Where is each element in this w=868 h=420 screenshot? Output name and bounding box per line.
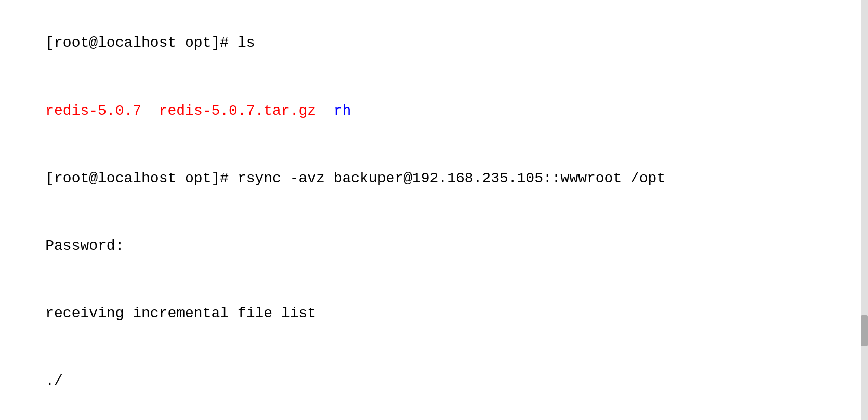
scrollbar-thumb[interactable] [861, 315, 868, 346]
prompt-1: [root@localhost opt]# ls [45, 35, 255, 51]
terminal-line-3: [root@localhost opt]# rsync -avz backupe… [10, 144, 858, 212]
terminal-line-4: Password: [10, 212, 858, 280]
ls-item-redis-tar: redis-5.0.7.tar.gz [159, 103, 316, 119]
ls-item-redis-dir: redis-5.0.7 [45, 103, 141, 119]
current-dir: ./ [45, 373, 63, 389]
scrollbar[interactable] [861, 0, 868, 420]
terminal-line-1: [root@localhost opt]# ls [10, 9, 858, 77]
password-prompt: Password: [45, 238, 124, 254]
terminal-line-5: receiving incremental file list [10, 280, 858, 347]
terminal-line-6: ./ [10, 347, 858, 415]
rsync-command: [root@localhost opt]# rsync -avz backupe… [45, 170, 665, 186]
terminal-line-7: 1.txt [10, 415, 858, 420]
ls-item-rh-1: rh [334, 103, 351, 119]
receiving-text: receiving incremental file list [45, 305, 316, 321]
terminal-window[interactable]: [root@localhost opt]# ls redis-5.0.7 red… [0, 0, 868, 420]
terminal-line-2: redis-5.0.7 redis-5.0.7.tar.gz rh [10, 77, 858, 144]
